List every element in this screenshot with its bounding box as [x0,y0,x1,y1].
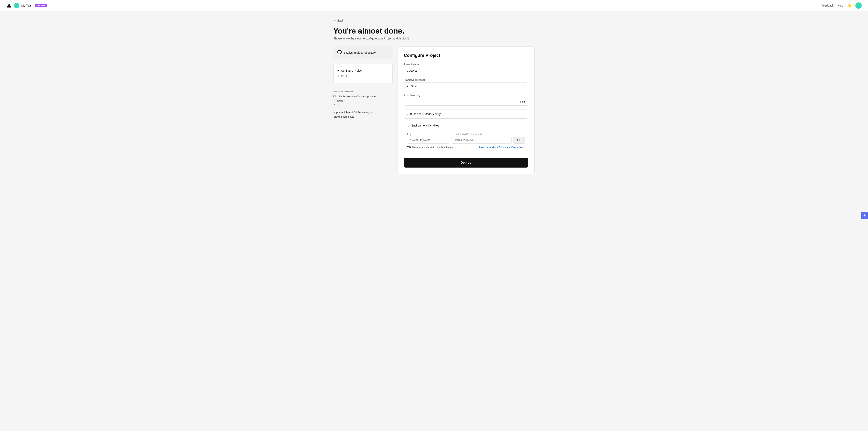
chevron-right-icon: › [407,113,408,116]
chevron-down-icon: ⌄ [407,124,409,127]
folder-icon: 🗁 [333,103,336,107]
configure-panel: Configure Project Project Name Framework… [397,47,535,174]
team-name: My Team [21,4,33,7]
chevron-down-icon[interactable]: ⌄ [49,4,52,7]
back-label: Back [337,19,343,22]
side-links: Import a different Git Repository → Brow… [333,111,393,118]
github-icon [337,50,342,56]
tip-label: TIP: [407,146,412,149]
step-dot-configure [338,70,339,71]
env-variables-body: Key Value (Will Be Encrypted) Add TIP: P… [404,130,528,152]
help-link[interactable]: Help [837,4,843,7]
edit-button[interactable]: Edit [517,98,528,105]
env-variables-header[interactable]: ⌄ Environment Variables [404,121,528,130]
env-value-input[interactable] [451,137,512,144]
edge-widget-icon: ✦ [863,213,866,218]
git-branch-name: master [337,99,344,102]
bell-icon[interactable]: 🔔 [847,3,851,8]
steps-section: Configure Project Deploy [333,64,393,83]
env-key-input[interactable] [407,137,449,144]
root-dir-label: Root Directory [404,94,528,97]
edge-widget[interactable]: ✦ [861,212,868,219]
import-repo-link[interactable]: Import a different Git Repository → [333,111,393,114]
add-env-button[interactable]: Add [514,137,525,144]
repo-card-name: catalyst-project-repository [344,51,376,54]
configure-title: Configure Project [404,53,528,58]
team-avatar-icon [14,3,19,8]
root-dir-group: Root Directory Edit [404,94,528,105]
env-variables-section: ⌄ Environment Variables Key Value (Will … [404,121,528,152]
root-dir-input[interactable] [404,98,517,105]
github-small-icon [333,95,336,98]
git-branch-row: ⑂ master [333,99,393,102]
back-link[interactable]: ← Back [333,19,535,22]
repo-card[interactable]: catalyst-project-repository [333,47,393,59]
deploy-button[interactable]: Deploy [404,158,528,167]
framework-select-wrapper: ✦ Other Next.js Create React App Vite ⌄ [404,83,528,90]
topnav: My Team Pro Trial ⌄ Feedback Help 🔔 [0,0,868,11]
user-avatar[interactable] [856,2,862,9]
env-key-col-label: Key [407,133,453,135]
git-root-path: ./ [338,104,339,107]
env-header-row: Key Value (Will Be Encrypted) [407,133,525,135]
framework-group: Framework Preset ✦ Other Next.js Create … [404,78,528,90]
browse-templates-link[interactable]: Browse Templates → [333,115,393,118]
project-name-label: Project Name [404,63,528,66]
env-link-label: Learn more about Environment Variables [479,146,522,149]
step-deploy-label: Deploy [341,74,350,78]
project-name-input[interactable] [404,67,528,74]
tip-text: TIP: Paste a .env above to populate the … [407,146,454,149]
step-dot-deploy [338,75,339,77]
main-content: ← Back You're almost done. Please follow… [326,11,542,182]
env-input-row: Add [407,137,525,144]
back-arrow-icon: ← [333,19,336,22]
two-column-layout: catalyst-project-repository Configure Pr… [333,47,535,174]
divider [333,87,393,87]
git-repo-row: github-username/catalyst-project-... [333,95,393,98]
feedback-link[interactable]: Feedback [822,4,834,7]
page-subtitle: Please follow the steps to configure you… [333,37,535,40]
build-settings-section: › Build and Output Settings [404,110,528,119]
tip-row: TIP: Paste a .env above to populate the … [407,146,525,149]
framework-label: Framework Preset [404,78,528,81]
logo-icon[interactable] [6,3,12,8]
page-title: You're almost done. [333,27,535,35]
env-value-col-label: Value (Will Be Encrypted) [456,133,525,135]
git-section-label: GIT REPOSITORY [333,90,393,93]
step-deploy: Deploy [338,73,389,79]
step-configure: Configure Project [338,68,389,73]
pro-trial-badge: Pro Trial [35,4,47,7]
build-settings-label: Build and Output Settings [410,113,441,116]
step-configure-label: Configure Project [341,69,362,72]
branch-icon: ⑂ [333,99,335,102]
env-variables-label: Environment Variables [411,124,439,127]
git-repo-name: github-username/catalyst-project-... [338,95,378,98]
root-dir-row: Edit [404,98,528,105]
env-variables-link[interactable]: Learn more about Environment Variables ↗ [479,146,525,149]
framework-select[interactable]: Other Next.js Create React App Vite [404,83,528,90]
build-settings-header[interactable]: › Build and Output Settings [404,110,528,118]
svg-marker-0 [7,4,11,7]
tip-content: Paste a .env above to populate the form [412,146,454,149]
project-name-group: Project Name [404,63,528,74]
topnav-right: Feedback Help 🔔 [822,2,862,9]
left-panel: catalyst-project-repository Configure Pr… [333,47,393,120]
topnav-left: My Team Pro Trial ⌄ [6,3,52,8]
external-link-icon: ↗ [523,146,525,149]
git-root-row: 🗁 ./ [333,103,393,107]
